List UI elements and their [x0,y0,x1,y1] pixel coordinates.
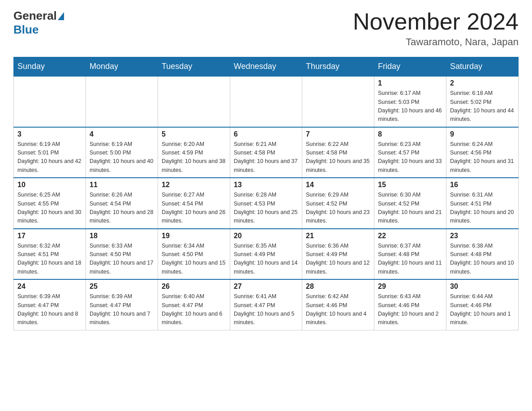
day-info: Sunrise: 6:21 AMSunset: 4:58 PMDaylight:… [234,140,298,175]
day-number: 7 [306,130,370,138]
weekday-header-monday: Monday [86,57,158,77]
day-info: Sunrise: 6:34 AMSunset: 4:50 PMDaylight:… [162,242,226,277]
day-number: 23 [450,232,515,240]
calendar-cell: 24Sunrise: 6:39 AMSunset: 4:47 PMDayligh… [14,279,86,330]
title-section: November 2024 Tawaramoto, Nara, Japan [353,9,519,48]
calendar-cell: 2Sunrise: 6:18 AMSunset: 5:02 PMDaylight… [446,76,519,127]
day-info: Sunrise: 6:43 AMSunset: 4:46 PMDaylight:… [378,292,442,327]
day-number: 9 [450,130,515,138]
week-row-3: 10Sunrise: 6:25 AMSunset: 4:55 PMDayligh… [14,178,519,229]
calendar-cell: 29Sunrise: 6:43 AMSunset: 4:46 PMDayligh… [374,279,446,330]
calendar-cell: 30Sunrise: 6:44 AMSunset: 4:46 PMDayligh… [446,279,519,330]
day-number: 1 [378,79,442,87]
day-number: 15 [378,181,442,189]
logo: General Blue [13,9,65,37]
weekday-header-friday: Friday [374,57,446,77]
day-info: Sunrise: 6:17 AMSunset: 5:03 PMDaylight:… [378,89,442,124]
day-number: 24 [17,283,82,291]
day-number: 28 [306,283,370,291]
day-info: Sunrise: 6:37 AMSunset: 4:48 PMDaylight:… [378,242,442,277]
day-info: Sunrise: 6:32 AMSunset: 4:51 PMDaylight:… [17,242,82,277]
week-row-4: 17Sunrise: 6:32 AMSunset: 4:51 PMDayligh… [14,229,519,280]
calendar-cell: 13Sunrise: 6:28 AMSunset: 4:53 PMDayligh… [230,178,302,229]
calendar-cell [86,76,158,127]
weekday-header-thursday: Thursday [302,57,374,77]
calendar-cell: 11Sunrise: 6:26 AMSunset: 4:54 PMDayligh… [86,178,158,229]
day-number: 5 [162,130,226,138]
day-number: 29 [378,283,442,291]
calendar-cell: 14Sunrise: 6:29 AMSunset: 4:52 PMDayligh… [302,178,374,229]
day-info: Sunrise: 6:28 AMSunset: 4:53 PMDaylight:… [234,191,298,226]
calendar-cell: 20Sunrise: 6:35 AMSunset: 4:49 PMDayligh… [230,229,302,280]
weekday-header-sunday: Sunday [14,57,86,77]
day-number: 4 [90,130,154,138]
calendar-cell: 15Sunrise: 6:30 AMSunset: 4:52 PMDayligh… [374,178,446,229]
calendar-cell: 7Sunrise: 6:22 AMSunset: 4:58 PMDaylight… [302,127,374,178]
day-info: Sunrise: 6:23 AMSunset: 4:57 PMDaylight:… [378,140,442,175]
day-number: 30 [450,283,515,291]
logo-general-text: General [13,9,57,23]
day-info: Sunrise: 6:38 AMSunset: 4:48 PMDaylight:… [450,242,515,277]
day-info: Sunrise: 6:42 AMSunset: 4:46 PMDaylight:… [306,292,370,327]
calendar-cell: 8Sunrise: 6:23 AMSunset: 4:57 PMDaylight… [374,127,446,178]
day-number: 27 [234,283,298,291]
day-info: Sunrise: 6:41 AMSunset: 4:47 PMDaylight:… [234,292,298,327]
day-info: Sunrise: 6:22 AMSunset: 4:58 PMDaylight:… [306,140,370,175]
calendar-cell: 18Sunrise: 6:33 AMSunset: 4:50 PMDayligh… [86,229,158,280]
day-number: 10 [17,181,82,189]
day-number: 17 [17,232,82,240]
calendar-cell [158,76,230,127]
day-info: Sunrise: 6:18 AMSunset: 5:02 PMDaylight:… [450,89,515,124]
calendar-cell: 16Sunrise: 6:31 AMSunset: 4:51 PMDayligh… [446,178,519,229]
calendar-cell: 28Sunrise: 6:42 AMSunset: 4:46 PMDayligh… [302,279,374,330]
weekday-header-wednesday: Wednesday [230,57,302,77]
day-number: 14 [306,181,370,189]
week-row-5: 24Sunrise: 6:39 AMSunset: 4:47 PMDayligh… [14,279,519,330]
day-info: Sunrise: 6:24 AMSunset: 4:56 PMDaylight:… [450,140,515,175]
calendar-table: SundayMondayTuesdayWednesdayThursdayFrid… [13,57,519,330]
day-info: Sunrise: 6:26 AMSunset: 4:54 PMDaylight:… [90,191,154,226]
day-number: 21 [306,232,370,240]
day-info: Sunrise: 6:31 AMSunset: 4:51 PMDaylight:… [450,191,515,226]
day-number: 3 [17,130,82,138]
calendar-cell: 10Sunrise: 6:25 AMSunset: 4:55 PMDayligh… [14,178,86,229]
calendar-cell: 3Sunrise: 6:19 AMSunset: 5:01 PMDaylight… [14,127,86,178]
logo-blue-text: Blue [13,23,39,36]
day-number: 22 [378,232,442,240]
day-number: 2 [450,79,515,87]
calendar-cell: 21Sunrise: 6:36 AMSunset: 4:49 PMDayligh… [302,229,374,280]
day-number: 13 [234,181,298,189]
calendar-cell: 26Sunrise: 6:40 AMSunset: 4:47 PMDayligh… [158,279,230,330]
day-info: Sunrise: 6:39 AMSunset: 4:47 PMDaylight:… [17,292,82,327]
day-info: Sunrise: 6:36 AMSunset: 4:49 PMDaylight:… [306,242,370,277]
weekday-header-tuesday: Tuesday [158,57,230,77]
month-title: November 2024 [353,9,519,34]
logo-triangle-icon [58,12,64,20]
day-info: Sunrise: 6:20 AMSunset: 4:59 PMDaylight:… [162,140,226,175]
day-info: Sunrise: 6:40 AMSunset: 4:47 PMDaylight:… [162,292,226,327]
day-info: Sunrise: 6:25 AMSunset: 4:55 PMDaylight:… [17,191,82,226]
weekday-header-saturday: Saturday [446,57,519,77]
calendar-cell: 19Sunrise: 6:34 AMSunset: 4:50 PMDayligh… [158,229,230,280]
day-info: Sunrise: 6:27 AMSunset: 4:54 PMDaylight:… [162,191,226,226]
calendar-cell: 6Sunrise: 6:21 AMSunset: 4:58 PMDaylight… [230,127,302,178]
calendar-cell: 27Sunrise: 6:41 AMSunset: 4:47 PMDayligh… [230,279,302,330]
calendar-cell: 25Sunrise: 6:39 AMSunset: 4:47 PMDayligh… [86,279,158,330]
day-number: 19 [162,232,226,240]
week-row-2: 3Sunrise: 6:19 AMSunset: 5:01 PMDaylight… [14,127,519,178]
week-row-1: 1Sunrise: 6:17 AMSunset: 5:03 PMDaylight… [14,76,519,127]
day-number: 11 [90,181,154,189]
day-info: Sunrise: 6:39 AMSunset: 4:47 PMDaylight:… [90,292,154,327]
day-number: 8 [378,130,442,138]
day-info: Sunrise: 6:29 AMSunset: 4:52 PMDaylight:… [306,191,370,226]
calendar-cell: 9Sunrise: 6:24 AMSunset: 4:56 PMDaylight… [446,127,519,178]
calendar-cell: 23Sunrise: 6:38 AMSunset: 4:48 PMDayligh… [446,229,519,280]
calendar-cell: 12Sunrise: 6:27 AMSunset: 4:54 PMDayligh… [158,178,230,229]
page-header: General Blue November 2024 Tawaramoto, N… [13,9,519,48]
day-info: Sunrise: 6:19 AMSunset: 5:00 PMDaylight:… [90,140,154,175]
weekday-header-row: SundayMondayTuesdayWednesdayThursdayFrid… [14,57,519,77]
calendar-cell: 4Sunrise: 6:19 AMSunset: 5:00 PMDaylight… [86,127,158,178]
calendar-cell [302,76,374,127]
day-info: Sunrise: 6:35 AMSunset: 4:49 PMDaylight:… [234,242,298,277]
calendar-cell [230,76,302,127]
